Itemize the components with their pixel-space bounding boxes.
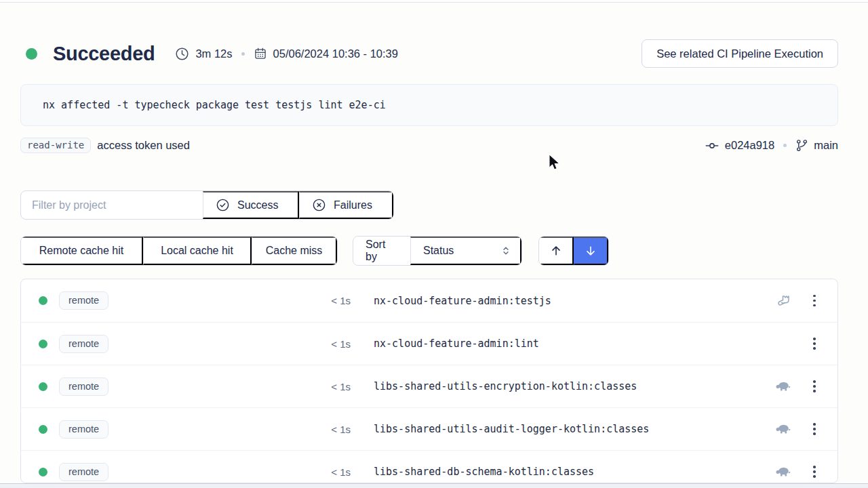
task-name[interactable]: libs-shared-utils-audit-logger-kotlin:cl…: [374, 423, 764, 435]
sort-descending-button[interactable]: [574, 237, 608, 265]
filter-success-button[interactable]: Success: [203, 191, 299, 219]
cache-source-badge: remote: [59, 463, 108, 481]
success-status-dot: [39, 468, 47, 476]
separator-dot: [783, 144, 787, 147]
task-name[interactable]: libs-shared-utils-encryption-kotlin:clas…: [374, 380, 764, 392]
task-duration: < 1s: [310, 466, 351, 478]
cache-miss-button[interactable]: Cache miss: [252, 237, 337, 265]
flaky-task-icon: [764, 293, 802, 309]
viewport-bottom-strip: [0, 483, 868, 488]
task-duration: < 1s: [310, 295, 351, 306]
sort-direction-group: [538, 236, 609, 266]
task-row[interactable]: remote < 1s libs-shared-utils-encryption…: [21, 365, 837, 407]
run-detail-page: Succeeded 3m 12s 05/06/2024 10:36 - 10:3…: [0, 39, 868, 483]
kebab-menu-button[interactable]: [808, 462, 821, 482]
run-command-block: nx affected -t typecheck package test te…: [20, 84, 838, 126]
run-date-range-value: 05/06/2024 10:36 - 10:39: [273, 47, 398, 60]
task-row[interactable]: remote < 1s nx-cloud-feature-admin:testj…: [21, 279, 837, 322]
check-circle-icon: [216, 198, 230, 212]
filter-failures-button[interactable]: Failures: [299, 191, 393, 219]
success-status-dot: [39, 382, 47, 391]
run-duration-value: 3m 12s: [195, 47, 232, 60]
branch-name[interactable]: main: [814, 139, 838, 152]
kebab-menu-button[interactable]: [808, 419, 821, 439]
success-status-dot: [26, 48, 37, 60]
arrow-up-icon: [549, 244, 563, 258]
slow-task-turtle-icon: [764, 466, 802, 478]
toolbar-row: Remote cache hit Local cache hit Cache m…: [20, 236, 838, 266]
project-filter-group: Success Failures: [20, 190, 394, 220]
task-row[interactable]: remote < 1s libs-shared-utils-audit-logg…: [21, 407, 837, 450]
task-duration: < 1s: [310, 338, 351, 350]
run-status-title: Succeeded: [53, 43, 155, 65]
cache-source-badge: remote: [59, 335, 108, 353]
local-cache-hit-button[interactable]: Local cache hit: [143, 237, 252, 265]
filter-success-label: Success: [237, 199, 278, 211]
sort-by-label: Sort by: [353, 237, 410, 265]
run-duration: 3m 12s: [175, 47, 232, 61]
commit-icon: [705, 138, 719, 153]
slow-task-turtle-icon: [764, 423, 802, 435]
sort-group: Sort by Status: [353, 236, 522, 266]
project-filter-input[interactable]: [21, 191, 203, 219]
task-duration: < 1s: [310, 381, 351, 392]
arrow-down-icon: [584, 244, 597, 258]
commit-sha[interactable]: e024a918: [725, 139, 774, 152]
x-circle-icon: [312, 198, 326, 212]
task-list: remote < 1s nx-cloud-feature-admin:testj…: [20, 279, 838, 483]
task-name[interactable]: nx-cloud-feature-admin:testjs: [374, 295, 764, 307]
kebab-menu-button[interactable]: [808, 291, 821, 311]
kebab-menu-button[interactable]: [808, 333, 821, 354]
branch-icon: [795, 139, 808, 152]
remote-cache-hit-button[interactable]: Remote cache hit: [21, 237, 143, 265]
cache-source-badge: remote: [59, 291, 108, 310]
filter-row: Success Failures: [20, 190, 838, 220]
sort-ascending-button[interactable]: [539, 237, 574, 265]
cache-source-badge: remote: [59, 420, 108, 439]
task-row[interactable]: remote < 1s libs-shared-db-schema-kotlin…: [21, 450, 837, 483]
success-status-dot: [39, 425, 47, 434]
run-command-text: nx affected -t typecheck package test te…: [43, 99, 386, 111]
run-header: Succeeded 3m 12s 05/06/2024 10:36 - 10:3…: [20, 39, 838, 68]
page-top-divider: [0, 2, 868, 3]
slow-task-turtle-icon: [764, 380, 802, 392]
sort-field-value: Status: [423, 245, 454, 257]
task-name[interactable]: libs-shared-db-schema-kotlin:classes: [374, 466, 764, 478]
cache-filter-group: Remote cache hit Local cache hit Cache m…: [20, 236, 338, 266]
task-name[interactable]: nx-cloud-feature-admin:lint: [374, 338, 764, 350]
task-row[interactable]: remote < 1s nx-cloud-feature-admin:lint: [21, 322, 837, 365]
access-token-text: access token used: [97, 139, 190, 152]
task-duration: < 1s: [310, 424, 351, 435]
clock-icon: [175, 47, 189, 61]
token-row: read-write access token used e024a918 ma…: [20, 136, 838, 155]
kebab-menu-button[interactable]: [808, 376, 821, 396]
run-date-range: 05/06/2024 10:36 - 10:39: [254, 47, 398, 60]
calendar-icon: [254, 47, 267, 60]
see-related-pipeline-button[interactable]: See related CI Pipeline Execution: [642, 39, 838, 68]
access-token-badge: read-write: [20, 138, 91, 153]
success-status-dot: [39, 340, 47, 348]
cache-source-badge: remote: [59, 378, 108, 396]
separator-dot: [241, 52, 245, 56]
vcs-info: e024a918 main: [705, 138, 838, 153]
success-status-dot: [39, 296, 47, 305]
filter-failures-label: Failures: [334, 199, 372, 211]
sort-field-select[interactable]: Status: [410, 237, 521, 265]
chevron-up-down-icon: [500, 245, 511, 256]
